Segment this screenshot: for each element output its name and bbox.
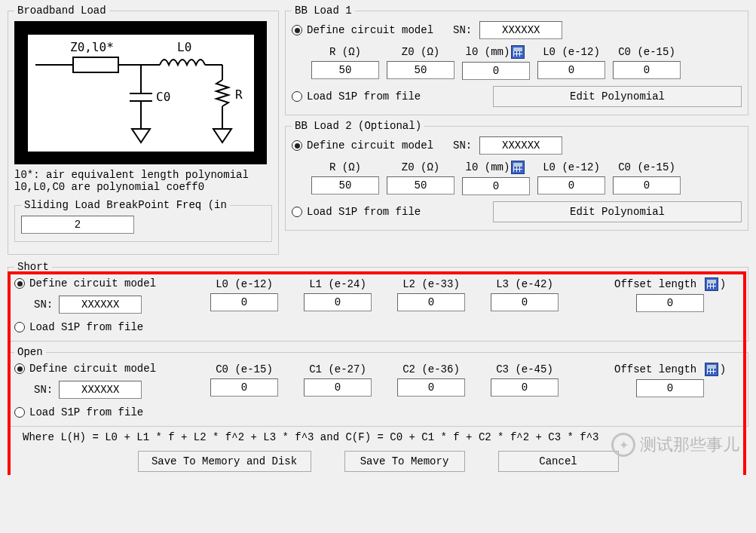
open-s1p-label: Load S1P from file	[29, 406, 143, 418]
short-s1p-label: Load S1P from file	[29, 321, 143, 333]
open-C2-input[interactable]	[397, 378, 465, 397]
short-L1-input[interactable]	[304, 293, 372, 311]
open-define-label: Define circuit model	[29, 363, 156, 375]
open-C1-input[interactable]	[304, 378, 372, 397]
bb1-legend: BB Load 1	[292, 5, 355, 17]
broadband-note1: l0*: air equivalent length polynomial	[14, 169, 272, 181]
short-sn-input[interactable]	[59, 296, 142, 314]
bb1-sn-input[interactable]	[479, 21, 562, 39]
bb2-r-input[interactable]	[311, 176, 379, 195]
bb1-r-input[interactable]	[311, 61, 379, 79]
short-define-label: Define circuit model	[29, 277, 156, 289]
calculator-icon[interactable]	[511, 161, 525, 174]
open-group: Open Define circuit model SN: C0 (e-15) …	[8, 346, 748, 427]
save-memory-button[interactable]: Save To Memory	[344, 451, 465, 472]
broadband-legend: Broadband Load	[14, 5, 109, 17]
calculator-icon[interactable]	[705, 277, 718, 291]
open-offset-input[interactable]	[636, 379, 704, 397]
open-C3-input[interactable]	[491, 378, 559, 397]
bb2-s1p-radio[interactable]	[292, 207, 302, 217]
svg-text:C0: C0	[156, 90, 170, 104]
broadband-note2: l0,L0,C0 are polynomial coeff0	[14, 181, 272, 193]
short-sn-label: SN:	[34, 299, 53, 311]
svg-text:Z0,l0*: Z0,l0*	[70, 40, 114, 54]
formula-text: Where L(H) = L0 + L1 * f + L2 * f^2 + L3…	[23, 431, 748, 443]
cancel-button[interactable]: Cancel	[498, 451, 619, 472]
sliding-freq-label: Sliding Load BreakPoint Freq (in	[21, 199, 230, 211]
open-sn-label: SN:	[34, 384, 53, 396]
calculator-icon[interactable]	[705, 363, 718, 376]
open-s1p-radio[interactable]	[14, 407, 25, 418]
calculator-icon[interactable]	[511, 45, 525, 59]
bb1-L0-input[interactable]	[537, 61, 605, 79]
svg-text:L0: L0	[177, 40, 191, 54]
bb-load-1-group: BB Load 1 Define circuit model SN: R (Ω)…	[285, 5, 748, 115]
short-s1p-radio[interactable]	[14, 322, 25, 332]
short-legend: Short	[14, 261, 52, 273]
bb1-l0-input[interactable]	[462, 62, 530, 80]
bb2-define-radio[interactable]	[292, 140, 302, 151]
bb1-s1p-label: Load S1P from file	[307, 90, 421, 103]
short-L3-input[interactable]	[491, 293, 559, 311]
short-group: Short Define circuit model SN: L0 (e-12)…	[8, 261, 748, 342]
circuit-diagram: Z0,l0* L0 C0 R	[14, 21, 267, 164]
short-offset-input[interactable]	[636, 294, 704, 312]
bb1-define-radio[interactable]	[292, 25, 302, 35]
bb2-s1p-label: Load S1P from file	[307, 206, 421, 218]
bb2-define-label: Define circuit model	[307, 139, 433, 152]
bb2-sn-label: SN:	[453, 139, 472, 152]
bb2-L0-input[interactable]	[537, 176, 605, 195]
short-L2-input[interactable]	[397, 293, 465, 311]
bb2-l0-input[interactable]	[462, 177, 530, 195]
bb1-z0-input[interactable]	[387, 61, 455, 79]
open-define-radio[interactable]	[14, 363, 25, 374]
bb2-sn-input[interactable]	[479, 136, 562, 155]
open-legend: Open	[14, 346, 46, 358]
bb2-C0-input[interactable]	[613, 176, 681, 195]
bb1-s1p-radio[interactable]	[292, 91, 302, 102]
short-define-radio[interactable]	[14, 278, 25, 289]
broadband-load-group: Broadband Load	[8, 5, 279, 255]
bb2-legend: BB Load 2 (Optional)	[292, 120, 424, 132]
bb1-define-label: Define circuit model	[307, 24, 433, 36]
bb1-sn-label: SN:	[453, 24, 472, 36]
svg-rect-1	[73, 57, 118, 72]
open-sn-input[interactable]	[59, 381, 142, 399]
short-L0-input[interactable]	[210, 293, 278, 311]
open-C0-input[interactable]	[210, 378, 278, 397]
sliding-freq-input[interactable]	[21, 216, 134, 234]
bb2-edit-poly-button[interactable]: Edit Polynomial	[493, 201, 742, 222]
sliding-freq-group: Sliding Load BreakPoint Freq (in	[14, 199, 272, 242]
bb1-edit-poly-button[interactable]: Edit Polynomial	[493, 86, 742, 107]
bb1-C0-input[interactable]	[613, 61, 681, 79]
save-memory-disk-button[interactable]: Save To Memory and Disk	[138, 451, 311, 472]
bb-load-2-group: BB Load 2 (Optional) Define circuit mode…	[285, 120, 748, 231]
bb2-z0-input[interactable]	[387, 176, 455, 195]
svg-text:R: R	[235, 87, 243, 102]
